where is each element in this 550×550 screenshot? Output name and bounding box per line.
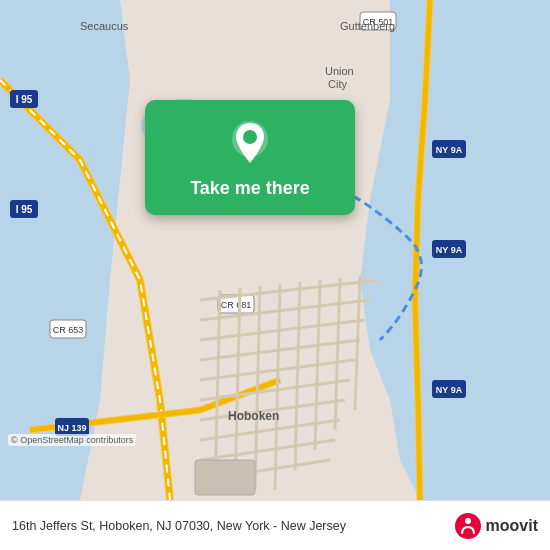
moovit-logo-text: moovit (486, 517, 538, 535)
svg-text:I 95: I 95 (16, 204, 33, 215)
svg-text:NJ 139: NJ 139 (57, 423, 86, 433)
svg-point-47 (243, 130, 257, 144)
svg-text:Secaucus: Secaucus (80, 20, 129, 32)
take-me-there-button[interactable]: Take me there (190, 178, 310, 199)
map-container: I 95 I 95 NY 9A NY 9A NY 9A NJ 139 CR 50… (0, 0, 550, 500)
svg-text:NY 9A: NY 9A (436, 245, 463, 255)
location-pin-icon (225, 118, 275, 168)
svg-text:Guttenberg: Guttenberg (340, 20, 395, 32)
osm-attribution: © OpenStreetMap contributors (8, 434, 136, 446)
svg-text:NY 9A: NY 9A (436, 145, 463, 155)
svg-text:CR 653: CR 653 (53, 325, 84, 335)
take-me-there-card[interactable]: Take me there (145, 100, 355, 215)
svg-text:NY 9A: NY 9A (436, 385, 463, 395)
svg-rect-45 (195, 460, 255, 495)
svg-text:City: City (328, 78, 347, 90)
svg-text:Hoboken: Hoboken (228, 409, 279, 423)
moovit-brand-icon (454, 512, 482, 540)
moovit-logo: moovit (454, 512, 538, 540)
svg-text:CR 681: CR 681 (221, 300, 252, 310)
address-text: 16th Jeffers St, Hoboken, NJ 07030, New … (12, 519, 454, 533)
svg-point-49 (465, 518, 471, 524)
svg-text:I 95: I 95 (16, 94, 33, 105)
svg-text:Union: Union (325, 65, 354, 77)
bottom-bar: 16th Jeffers St, Hoboken, NJ 07030, New … (0, 500, 550, 550)
